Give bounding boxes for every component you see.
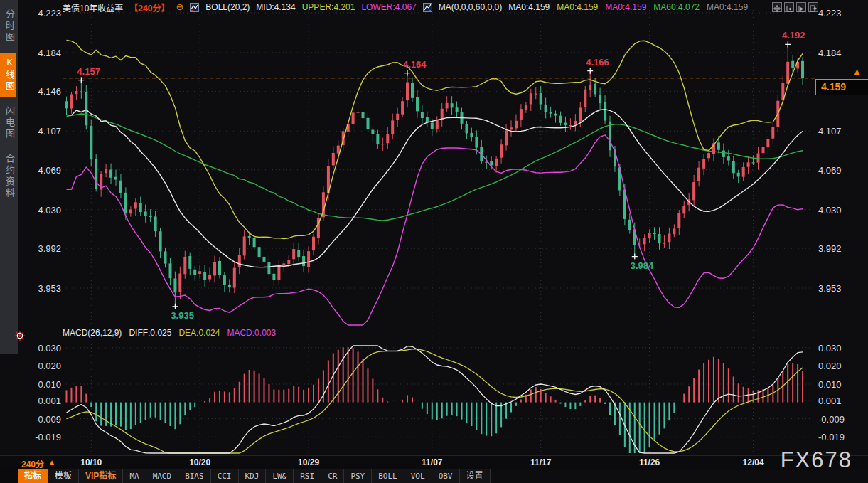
ma-label: MA(0,0,0,60,0,0)	[439, 2, 502, 12]
period-tag: 【240分】	[129, 1, 169, 14]
toolbar-tab-ma[interactable]: MA	[123, 469, 146, 483]
axis-tick-label: -0.019	[20, 432, 61, 442]
toolbar-tab-settings[interactable]: 设置	[460, 469, 491, 483]
toolbar-tab-boll[interactable]: BOLL	[372, 469, 404, 483]
axis-tick-label: 0.020	[20, 361, 61, 371]
price-up-arrow-icon: ▲	[852, 66, 862, 77]
ma-value: MA0:4.159	[605, 2, 646, 12]
axis-scale-left-icon[interactable]	[784, 2, 794, 12]
ma-value: MA60:4.072	[653, 2, 700, 12]
toolbar-tab-rsi[interactable]: RSI	[294, 469, 321, 483]
high-price-annotation: 4.166	[586, 57, 609, 68]
axis-tick-label: -0.009	[818, 414, 864, 425]
date-label: 10/10	[75, 457, 107, 467]
boll-label: BOLL(20,2)	[205, 2, 250, 12]
chart-tool-icons	[772, 2, 818, 12]
axis-scale-right-icon[interactable]	[796, 2, 806, 12]
macd-macd-value: MACD:0.003	[227, 328, 276, 338]
axis-tick-label: 0.030	[20, 343, 61, 354]
alert-dot-icon	[14, 330, 26, 341]
xaxis-row: 240分 ▲ 10/1010/2010/2911/0711/1711/2612/…	[0, 455, 868, 470]
app-window: 分时图K线图闪电图合约资料 美债10年收益率 【240分】 ⊖ BOLL(20,…	[0, 0, 868, 483]
date-label: 10/29	[293, 457, 324, 467]
toolbar-tab-indicator[interactable]: 指标	[18, 469, 48, 483]
toolbar-tab-psy[interactable]: PSY	[344, 469, 372, 483]
toolbar-tab-bias[interactable]: BIAS	[178, 469, 211, 483]
tab-time-chart[interactable]: 分时图	[0, 5, 16, 48]
date-label: 11/26	[634, 457, 665, 467]
low-price-annotation: 3.935	[171, 310, 194, 321]
boll-mid-value: MID:4.134	[256, 2, 295, 12]
high-price-annotation: 4.157	[77, 66, 100, 77]
sidebar: 分时图K线图闪电图合约资料	[0, 0, 18, 354]
toolbar-tab-kdj[interactable]: KDJ	[239, 469, 267, 483]
axis-tick-label: 0.001	[20, 396, 61, 406]
ma-value: MA0:4.159	[707, 2, 748, 12]
collapse-indicator-icon[interactable]: ⊖	[176, 3, 183, 11]
axis-tick-label: 4.030	[818, 205, 864, 216]
toolbar-tab-macd[interactable]: MACD	[146, 469, 179, 483]
axis-tick-label: 4.069	[818, 165, 864, 176]
axis-tick-label: 4.107	[20, 126, 61, 137]
bottom-toolbar: 指标模板VIP指标MAMACDBIASCCIKDJLW&RSICRPSYBOLL…	[18, 469, 491, 483]
date-label: 10/20	[184, 457, 215, 467]
axis-tick-label: 0.010	[818, 379, 864, 390]
macd-header: MACD(26,12,9) DIFF:0.025 DEA:0.024 MACD:…	[63, 328, 276, 338]
tab-kline-chart[interactable]: K线图	[0, 53, 16, 97]
axis-tick-label: 4.146	[20, 86, 61, 97]
toolbar-tab-vip-indicator[interactable]: VIP指标	[79, 469, 123, 483]
date-label: 11/17	[525, 457, 557, 467]
timeframe-label[interactable]: 240分	[21, 457, 44, 469]
chart-title: 美债10年收益率	[63, 1, 123, 14]
toolbar-tab-lwr[interactable]: LW&	[266, 469, 294, 483]
toolbar-tab-cr[interactable]: CR	[321, 469, 344, 483]
toolbar-tab-template[interactable]: 模板	[48, 469, 79, 483]
timeframe-arrow-icon: ▲	[48, 458, 55, 466]
macd-label: MACD(26,12,9)	[63, 328, 122, 338]
high-price-annotation: 4.164	[403, 59, 427, 70]
axis-tick-label: -0.009	[20, 414, 61, 425]
axis-tick-label: 4.184	[818, 48, 864, 58]
toolbar-tab-obv[interactable]: OBV	[432, 469, 460, 483]
boll-lower-value: LOWER:4.067	[361, 2, 416, 12]
axis-tick-label: 3.953	[818, 283, 864, 294]
date-label: 12/04	[738, 457, 769, 467]
axis-tick-label: 0.020	[818, 361, 864, 371]
tab-contract-info[interactable]: 合约资料	[0, 149, 16, 203]
pan-to-latest-icon[interactable]	[808, 2, 818, 12]
axis-tick-label: 4.223	[818, 8, 864, 18]
ma-value: MA0:4.159	[557, 2, 598, 12]
axis-tick-label: 3.953	[20, 283, 61, 294]
ma-value: MA0:4.159	[508, 2, 550, 12]
ma-indicator-icon	[423, 3, 432, 12]
crosshair-move-icon[interactable]	[772, 2, 782, 12]
axis-tick-label: 4.069	[20, 165, 61, 176]
axis-tick-label: 3.992	[20, 243, 61, 254]
axis-tick-label: 4.184	[20, 48, 61, 58]
last-price-tag: 4.159	[815, 79, 868, 95]
macd-dea-value: DEA:0.024	[178, 328, 220, 338]
chart-canvas[interactable]	[0, 0, 868, 469]
macd-diff-value: DIFF:0.025	[129, 328, 171, 338]
boll-indicator-icon	[190, 3, 199, 12]
indicator-header: 美债10年收益率 【240分】 ⊖ BOLL(20,2) MID:4.134 U…	[63, 1, 748, 13]
boll-upper-value: UPPER:4.201	[302, 2, 355, 12]
last-price-value: 4.159	[821, 81, 846, 92]
axis-tick-label: 4.223	[20, 8, 61, 18]
axis-tick-label: 4.107	[818, 126, 864, 137]
axis-tick-label: 0.030	[818, 343, 864, 354]
low-price-annotation: 3.984	[631, 260, 654, 271]
ma-values: MA0:4.159MA0:4.159MA0:4.159MA60:4.072MA0…	[508, 2, 748, 12]
axis-tick-label: 0.010	[20, 379, 61, 390]
high-price-annotation: 4.192	[782, 30, 805, 41]
watermark: FX678	[781, 447, 852, 473]
axis-tick-label: 3.992	[818, 243, 864, 254]
date-label: 11/07	[417, 457, 448, 467]
axis-tick-label: 0.001	[818, 396, 864, 406]
tab-lightning-chart[interactable]: 闪电图	[0, 102, 16, 144]
toolbar-tab-vol[interactable]: VOL	[404, 469, 432, 483]
axis-tick-label: -0.019	[818, 432, 864, 442]
toolbar-tab-cci[interactable]: CCI	[211, 469, 239, 483]
axis-tick-label: 4.030	[20, 205, 61, 216]
